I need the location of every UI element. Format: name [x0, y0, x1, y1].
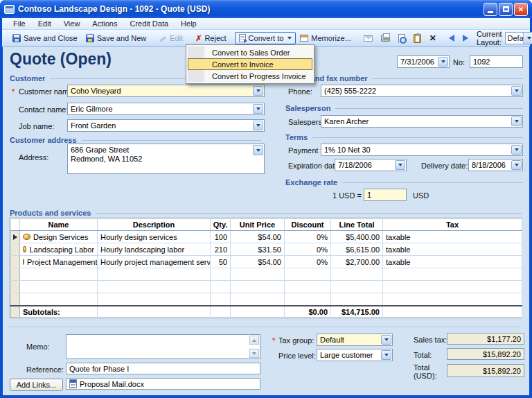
salesperson-combobox[interactable]: Karen Archer — [321, 115, 523, 128]
total-usd-label: Total (USD): — [414, 363, 444, 380]
convert-to-menu: Convert to Sales Order Convert to Invoic… — [186, 44, 314, 84]
menu-item-convert-to-sales-order[interactable]: Convert to Sales Order — [188, 46, 312, 58]
delivery-date-dropdown-arrow[interactable] — [511, 160, 522, 170]
footer-divider — [8, 327, 522, 327]
service-item-icon — [23, 259, 24, 265]
address-field[interactable]: 686 Grape Street Redmond, WA 11052 — [67, 144, 265, 174]
date-combobox[interactable]: 7/31/2006 — [397, 55, 450, 68]
job-name-combobox[interactable]: Front Garden — [67, 119, 265, 132]
print-preview-icon — [398, 34, 405, 42]
address-label: Address: — [19, 153, 48, 162]
memo-field[interactable] — [66, 334, 260, 359]
forward-button[interactable] — [459, 33, 472, 44]
convert-icon — [239, 34, 246, 42]
row-selector[interactable] — [10, 256, 20, 268]
menubar: File Edit View Actions Credit Data Help — [2, 18, 530, 30]
minimize-button[interactable] — [484, 3, 497, 16]
quote-number-field[interactable]: 1092 — [470, 55, 523, 68]
service-item-icon — [23, 246, 26, 252]
salesperson-dropdown-arrow[interactable] — [511, 116, 522, 126]
exchange-rate-section-header: Exchange rate — [285, 178, 523, 187]
expiration-date-combobox[interactable]: 7/18/2006 — [335, 159, 407, 171]
payment-terms-dropdown-arrow[interactable] — [511, 145, 522, 155]
menu-view[interactable]: View — [58, 19, 86, 28]
price-level-dropdown-arrow[interactable] — [381, 350, 391, 360]
price-level-combobox[interactable]: Large customer — [317, 349, 393, 361]
contact-name-combobox[interactable]: Eric Gilmore — [67, 103, 265, 115]
reject-button[interactable]: ✗ Reject — [191, 32, 230, 45]
tax-group-combobox[interactable]: Default — [317, 334, 393, 346]
add-links-button[interactable]: Add Links... — [10, 379, 63, 391]
delivery-date-combobox[interactable]: 8/18/2006 — [468, 159, 523, 171]
products-table: Name Description Qty. Unit Price Discoun… — [10, 218, 522, 318]
customer-name-combobox[interactable]: Coho Vineyard — [67, 85, 265, 97]
phone-dropdown-arrow[interactable] — [511, 86, 522, 96]
email-icon — [364, 35, 373, 42]
form-body: Quote (Open) 7/31/2006 No: 1092 Customer… — [3, 47, 529, 395]
print-preview-button[interactable] — [394, 32, 409, 44]
col-description: Description — [98, 218, 211, 231]
save-and-new-button[interactable]: Save and New — [82, 32, 151, 44]
word-document-icon — [69, 379, 77, 388]
contact-name-label: Contact name: — [19, 105, 69, 114]
memorize-button[interactable]: Memorize... — [296, 32, 355, 44]
close-button[interactable]: ✕ — [514, 3, 528, 16]
menu-actions[interactable]: Actions — [87, 19, 123, 28]
payment-terms-combobox[interactable]: 1% 10 Net 30 — [321, 144, 523, 156]
exchange-rate-field[interactable]: 1 — [364, 189, 407, 201]
menu-edit[interactable]: Edit — [33, 19, 57, 28]
row-selector[interactable] — [10, 243, 20, 256]
menu-file[interactable]: File — [8, 19, 31, 28]
current-layout-label: Current Layout: — [477, 30, 502, 46]
exchange-prefix-label: 1 USD = — [332, 191, 362, 200]
table-row: Design Services Hourly design services 1… — [10, 231, 522, 243]
menu-item-convert-to-progress-invoice[interactable]: Convert to Progress Invoice — [188, 70, 312, 82]
customer-name-dropdown-arrow[interactable] — [253, 86, 263, 96]
delete-button[interactable]: ✕ — [425, 31, 441, 45]
total-value: $15,892.20 — [447, 348, 524, 360]
required-asterisk: * — [272, 336, 275, 345]
memo-label: Memo: — [26, 343, 50, 351]
convert-to-button[interactable]: Convert to — [235, 32, 296, 44]
phone-label: Phone: — [288, 87, 312, 96]
expiration-date-label: Expiration date: — [288, 162, 341, 170]
menu-credit-data[interactable]: Credit Data — [124, 19, 174, 28]
sales-tax-label: Sales tax: — [414, 336, 447, 344]
date-dropdown-arrow[interactable] — [438, 57, 448, 67]
reject-icon: ✗ — [195, 34, 202, 43]
table-row: Project Management Hourly project manage… — [10, 256, 522, 268]
menu-item-convert-to-invoice[interactable]: Convert to Invoice — [188, 58, 312, 70]
back-button[interactable] — [445, 33, 459, 44]
save-icon — [12, 34, 21, 42]
sales-tax-value: $1,177.20 — [447, 333, 524, 345]
row-selector[interactable] — [10, 231, 20, 243]
email-button[interactable] — [360, 33, 377, 44]
edit-button[interactable]: Edit — [154, 32, 187, 44]
reference-field[interactable]: Quote for Phase I — [66, 363, 260, 374]
table-empty-row — [10, 293, 522, 306]
current-layout-combobox[interactable]: Default — [505, 32, 532, 44]
terms-section-header: Terms — [285, 133, 523, 141]
maximize-button[interactable] — [499, 3, 513, 16]
products-section-header: Products and services — [10, 209, 522, 217]
phone-combobox[interactable]: (425) 555-2222 — [321, 85, 523, 97]
tax-group-dropdown-arrow[interactable] — [381, 335, 391, 345]
col-discount: Discount — [285, 218, 331, 231]
attachment-field[interactable]: Proposal Mail.docx — [66, 378, 260, 390]
job-name-dropdown-arrow[interactable] — [253, 121, 263, 130]
paste-button[interactable] — [409, 32, 425, 45]
menu-help[interactable]: Help — [175, 19, 202, 28]
address-dropdown-arrow[interactable] — [253, 145, 263, 155]
scroll-down-icon[interactable] — [249, 349, 259, 358]
contact-name-dropdown-arrow[interactable] — [253, 104, 263, 114]
table-row: Landscaping Labor Hourly landscaping lab… — [10, 243, 522, 256]
scroll-up-icon[interactable] — [249, 336, 259, 345]
col-line-total: Line Total — [331, 218, 383, 231]
save-and-close-button[interactable]: Save and Close — [8, 32, 82, 44]
expiration-date-dropdown-arrow[interactable] — [395, 160, 405, 170]
print-button[interactable] — [377, 33, 394, 44]
col-unit-price: Unit Price — [231, 218, 285, 231]
current-layout-dropdown-arrow[interactable] — [523, 33, 532, 44]
app-icon — [4, 5, 15, 14]
total-usd-value: $15,892.20 — [447, 364, 524, 377]
